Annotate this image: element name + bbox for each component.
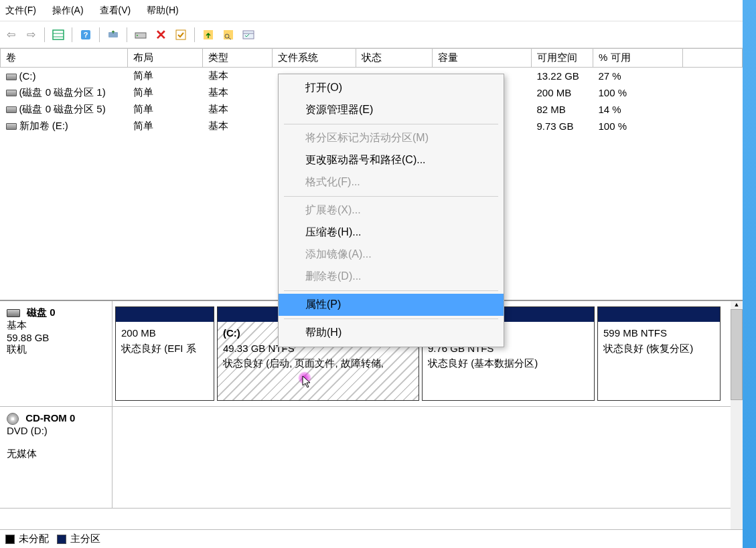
cm-open[interactable]: 打开(O) xyxy=(279,77,504,99)
right-edge-strip xyxy=(743,0,756,548)
menu-help[interactable]: 帮助(H) xyxy=(147,5,178,17)
cm-add-mirror: 添加镜像(A)... xyxy=(279,244,504,266)
disk-0-info3: 联机 xyxy=(7,343,27,355)
volume-name: (C:) xyxy=(19,70,36,82)
help-icon[interactable]: ? xyxy=(78,27,94,43)
disk-row-cdrom: CD-ROM 0 DVD (D:) 无媒体 xyxy=(0,407,743,509)
separator xyxy=(72,27,72,42)
col-volume[interactable]: 卷 xyxy=(1,49,128,68)
col-layout[interactable]: 布局 xyxy=(128,49,203,68)
col-status[interactable]: 状态 xyxy=(356,49,433,68)
cm-change-letter[interactable]: 更改驱动器号和路径(C)... xyxy=(279,149,504,171)
menu-view[interactable]: 查看(V) xyxy=(100,5,131,17)
volume-icon xyxy=(6,123,17,130)
partition-block[interactable]: 200 MB状态良好 (EFI 系 xyxy=(115,306,214,401)
scrollbar-thumb[interactable] xyxy=(731,309,743,400)
disk-0-info2: 59.88 GB xyxy=(7,332,49,343)
volume-pct: 27 % xyxy=(593,68,683,85)
cm-delete: 删除卷(D)... xyxy=(279,266,504,288)
separator xyxy=(99,27,100,42)
svg-point-7 xyxy=(137,35,138,36)
volume-name: (磁盘 0 磁盘分区 1) xyxy=(19,86,106,98)
col-capacity[interactable]: 容量 xyxy=(433,49,532,68)
cm-format: 格式化(F)... xyxy=(279,171,504,193)
grid-icon[interactable] xyxy=(50,27,66,43)
menu-file[interactable]: 文件(F) xyxy=(5,5,36,17)
hdd-icon xyxy=(7,309,20,317)
volume-type: 基本 xyxy=(203,118,273,134)
volume-icon xyxy=(6,90,17,96)
svg-text:?: ? xyxy=(84,31,88,39)
volume-layout: 简单 xyxy=(128,84,203,101)
volume-free: 13.22 GB xyxy=(532,68,593,85)
cm-separator xyxy=(284,290,498,291)
volume-layout: 简单 xyxy=(128,68,203,85)
volume-icon xyxy=(6,106,17,113)
volume-type: 基本 xyxy=(203,68,273,85)
back-button[interactable]: ⇦ xyxy=(3,27,19,43)
cm-explorer[interactable]: 资源管理器(E) xyxy=(279,99,504,121)
col-spacer xyxy=(683,49,743,68)
check-icon[interactable] xyxy=(173,27,189,43)
volume-pct: 100 % xyxy=(593,118,683,134)
disk-settings-icon[interactable] xyxy=(133,27,149,43)
volume-free: 200 MB xyxy=(532,84,593,101)
cdrom-title: CD-ROM 0 xyxy=(25,412,75,424)
partition-header xyxy=(598,307,720,322)
list-view-icon[interactable] xyxy=(200,27,216,43)
partition-header xyxy=(116,307,214,322)
volume-free: 9.73 GB xyxy=(532,118,593,134)
disk-0-info1: 基本 xyxy=(7,319,27,331)
column-header-row: 卷 布局 类型 文件系统 状态 容量 可用空间 % 可用 xyxy=(1,49,743,68)
volume-layout: 简单 xyxy=(128,101,203,118)
cm-extend: 扩展卷(X)... xyxy=(279,199,504,221)
forward-button[interactable]: ⇨ xyxy=(23,27,39,43)
disk-0-label[interactable]: 磁盘 0 基本 59.88 GB 联机 xyxy=(0,301,112,406)
legend-unallocated-label: 未分配 xyxy=(19,533,49,545)
cm-separator xyxy=(284,124,498,124)
cm-separator xyxy=(284,196,498,197)
cdrom-partitions xyxy=(112,407,743,508)
svg-rect-8 xyxy=(176,30,185,39)
separator xyxy=(127,27,127,42)
cdrom-label[interactable]: CD-ROM 0 DVD (D:) 无媒体 xyxy=(0,407,112,508)
svg-rect-0 xyxy=(53,30,64,39)
context-menu: 打开(O) 资源管理器(E) 将分区标记为活动分区(M) 更改驱动器号和路径(C… xyxy=(278,74,504,347)
scroll-up-icon[interactable]: ▲ xyxy=(731,301,743,309)
vertical-scrollbar[interactable]: ▲ xyxy=(731,301,743,529)
cm-shrink[interactable]: 压缩卷(H)... xyxy=(279,221,504,244)
cdrom-info1: DVD (D:) xyxy=(7,425,48,436)
partition-block[interactable]: 599 MB NTFS状态良好 (恢复分区) xyxy=(597,306,721,401)
partition-body: 599 MB NTFS状态良好 (恢复分区) xyxy=(598,322,720,400)
properties-icon[interactable] xyxy=(240,27,256,43)
partition-body: 200 MB状态良好 (EFI 系 xyxy=(116,322,214,400)
legend: 未分配 主分区 xyxy=(0,529,743,548)
volume-pct: 100 % xyxy=(593,84,683,101)
col-filesystem[interactable]: 文件系统 xyxy=(273,49,356,68)
menubar: 文件(F) 操作(A) 查看(V) 帮助(H) xyxy=(0,0,743,21)
volume-name: 新加卷 (E:) xyxy=(19,120,68,131)
legend-primary-label: 主分区 xyxy=(70,533,100,545)
cm-separator xyxy=(284,318,498,319)
cm-help[interactable]: 帮助(H) xyxy=(279,322,504,344)
disk-0-title: 磁盘 0 xyxy=(27,306,56,318)
volume-free: 82 MB xyxy=(532,101,593,118)
volume-layout: 简单 xyxy=(128,118,203,134)
refresh-icon[interactable] xyxy=(105,27,121,43)
col-pct-free[interactable]: % 可用 xyxy=(593,49,683,68)
col-type[interactable]: 类型 xyxy=(203,49,273,68)
cm-mark-active: 将分区标记为活动分区(M) xyxy=(279,127,504,149)
toolbar: ⇦ ⇨ ? ✕ xyxy=(0,21,743,48)
volume-name: (磁盘 0 磁盘分区 5) xyxy=(19,103,106,114)
volume-type: 基本 xyxy=(203,101,273,118)
cm-properties[interactable]: 属性(P) xyxy=(279,294,504,316)
volume-pct: 14 % xyxy=(593,101,683,118)
legend-swatch-unallocated xyxy=(5,535,15,544)
delete-icon[interactable]: ✕ xyxy=(153,27,169,43)
volume-icon xyxy=(6,74,17,80)
menu-action[interactable]: 操作(A) xyxy=(52,5,84,17)
col-free[interactable]: 可用空间 xyxy=(532,49,593,68)
volume-type: 基本 xyxy=(203,84,273,101)
details-view-icon[interactable] xyxy=(220,27,236,43)
legend-swatch-primary xyxy=(57,535,66,544)
